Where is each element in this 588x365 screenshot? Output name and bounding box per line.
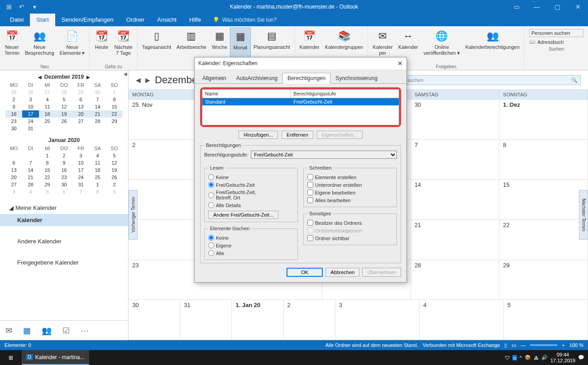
calendar-item-andere[interactable]: Andere Kalender <box>0 235 128 247</box>
personen-suchen-input[interactable]: Personen suchen <box>529 29 583 37</box>
sonstiges-besitzer-check[interactable]: Besitzer des Ordners <box>307 219 393 227</box>
zoom-in-icon[interactable]: + <box>562 342 564 348</box>
cal-day[interactable]: 25 <box>39 118 56 125</box>
ribbon-options-icon[interactable]: ▭ <box>507 0 527 14</box>
tab-hilfe[interactable]: Hilfe <box>183 14 207 26</box>
cal-day[interactable]: 28 <box>89 118 106 125</box>
entfernen-button[interactable]: Entfernen <box>282 131 313 139</box>
tray-shield-icon[interactable]: 🛡 <box>505 355 510 360</box>
loeschen-eigene-radio[interactable]: Eigene <box>208 242 294 249</box>
cal-day[interactable]: 3 <box>5 188 22 195</box>
zoom-slider[interactable] <box>530 344 557 346</box>
cal-day[interactable]: 16 <box>56 166 72 174</box>
cal-day[interactable]: 22 <box>106 110 123 118</box>
online-veroeffentlichen-button[interactable]: 🌐Online veröffentlichen ▾ <box>421 28 463 63</box>
cal-day[interactable]: 7 <box>72 188 89 195</box>
cal-day[interactable]: 10 <box>22 103 39 110</box>
cal-day[interactable]: 14 <box>22 166 39 174</box>
cal-day[interactable]: 21 <box>22 174 39 181</box>
hinzufuegen-button[interactable]: Hinzufügen... <box>239 131 278 139</box>
close-icon[interactable]: ✕ <box>568 0 588 14</box>
cal-day[interactable]: 28 <box>56 89 72 96</box>
cal-day[interactable]: 13 <box>72 103 89 110</box>
tray-outlook-icon[interactable]: o <box>512 355 517 360</box>
cal-day[interactable]: 3 <box>22 96 39 103</box>
cal-day[interactable] <box>39 125 56 132</box>
cal-day[interactable]: 4 <box>22 188 39 195</box>
cal-day[interactable]: 19 <box>56 110 72 118</box>
calendar-nav-icon[interactable]: ▦ <box>23 326 31 336</box>
cal-day[interactable]: 2 <box>5 96 22 103</box>
lesen-frei-radio[interactable]: Frei/Gebucht-Zeit <box>208 181 294 189</box>
tray-volume-icon[interactable]: 🔊 <box>541 355 548 360</box>
kalenderberechtigungen-button[interactable]: 👥Kalenderberechtigungen <box>463 28 522 63</box>
cal-day[interactable]: 3 <box>72 152 89 159</box>
calendar-search-input[interactable]: suchen 🔍 <box>404 75 581 85</box>
dialog-tab-berechtigungen[interactable]: Berechtigungen <box>282 73 330 84</box>
berechtigungsstufe-select[interactable]: Frei/Gebucht-Zeit <box>251 151 397 159</box>
prev-month-icon[interactable]: ◀ <box>38 75 42 80</box>
cal-day[interactable]: 6 <box>56 188 72 195</box>
calendar-item-kalender[interactable]: Kalender <box>0 214 128 226</box>
next-appointment-tab[interactable]: Nächster Termin <box>579 190 588 240</box>
cal-day[interactable]: 26 <box>56 118 72 125</box>
cal-day[interactable]: 9 <box>56 159 72 166</box>
view-normal-icon[interactable]: ▯ <box>504 342 507 348</box>
cal-day[interactable]: 28 <box>22 181 39 188</box>
cal-day[interactable]: 22 <box>39 174 56 181</box>
dialog-close-icon[interactable]: ✕ <box>397 60 403 67</box>
schreiben-eigene-check[interactable]: Eigene bearbeiten <box>307 189 393 196</box>
cal-day[interactable]: 9 <box>106 188 123 195</box>
tab-senden-empfangen[interactable]: Senden/Empfangen <box>55 14 120 26</box>
cal-day[interactable]: 8 <box>39 159 56 166</box>
dialog-tab-allgemein[interactable]: Allgemein <box>197 73 231 84</box>
calendar-item-freigegeben[interactable]: Freigegebene Kalender <box>0 256 128 269</box>
cal-day[interactable]: 26 <box>106 174 123 181</box>
tab-ordner[interactable]: Ordner <box>120 14 151 26</box>
cal-day[interactable]: 12 <box>106 159 123 166</box>
cal-day[interactable]: 23 <box>5 118 22 125</box>
undo-icon[interactable]: ↶ <box>16 1 27 12</box>
loeschen-alle-radio[interactable]: Alle <box>208 249 294 257</box>
tab-start[interactable]: Start <box>30 14 55 26</box>
cal-day[interactable]: 27 <box>5 181 22 188</box>
dialog-tab-synchronisierung[interactable]: Synchronisierung <box>330 73 382 84</box>
cal-day[interactable]: 2 <box>56 152 72 159</box>
cal-day[interactable]: 16 <box>5 110 22 118</box>
system-clock[interactable]: 09:4417.12.2019 <box>550 352 575 363</box>
cal-day[interactable]: 1 <box>106 89 123 96</box>
tell-me-search[interactable]: 💡 Was möchten Sie tun? <box>207 14 277 26</box>
schreiben-elemente-check[interactable]: Elemente erstellen <box>307 173 393 181</box>
cal-day[interactable]: 8 <box>89 188 106 195</box>
schreiben-alles-check[interactable]: Alles bearbeiten <box>307 196 393 204</box>
tab-datei[interactable]: Datei <box>4 14 30 26</box>
minimize-icon[interactable]: — <box>527 0 547 14</box>
tray-network-icon[interactable]: 🖧 <box>534 355 539 360</box>
loeschen-keine-radio[interactable]: Keine <box>208 234 294 242</box>
cal-day[interactable] <box>5 152 22 159</box>
sonstiges-sichtbar-check[interactable]: Ordner sichtbar <box>307 234 393 242</box>
permissions-list-row-standard[interactable]: StandardFrei/Gebucht-Zeit <box>202 98 399 105</box>
cal-day[interactable]: 30 <box>56 181 72 188</box>
cal-day[interactable]: 13 <box>5 166 22 174</box>
view-reading-icon[interactable]: ▭ <box>512 342 516 348</box>
cal-day[interactable]: 31 <box>22 125 39 132</box>
cal-day[interactable]: 23 <box>56 174 72 181</box>
permissions-list[interactable]: NameBerechtigungsstufe StandardFrei/Gebu… <box>202 89 399 125</box>
cal-day[interactable]: 1 <box>39 152 56 159</box>
cal-day[interactable]: 1 <box>89 181 106 188</box>
lesen-frei-ort-radio[interactable]: Frei/Gebucht-Zeit, Betreff, Ort <box>208 189 294 201</box>
cal-day[interactable]: 17 <box>72 166 89 174</box>
cal-day[interactable]: 5 <box>39 188 56 195</box>
previous-appointment-tab[interactable]: Vorheriger Termin <box>129 190 138 240</box>
cal-day[interactable]: 9 <box>5 103 22 110</box>
cal-day[interactable]: 26 <box>22 89 39 96</box>
cal-day[interactable]: 7 <box>89 96 106 103</box>
cal-day[interactable]: 11 <box>39 103 56 110</box>
lesen-alle-radio[interactable]: Alle Details <box>208 201 294 209</box>
neue-besprechung-button[interactable]: 👥Neue Besprechung <box>22 28 57 63</box>
maximize-icon[interactable]: ▢ <box>547 0 568 14</box>
adressbuch-button[interactable]: 📖Adressbuch <box>529 39 583 45</box>
cal-day[interactable]: 20 <box>72 110 89 118</box>
cal-day[interactable] <box>106 125 123 132</box>
